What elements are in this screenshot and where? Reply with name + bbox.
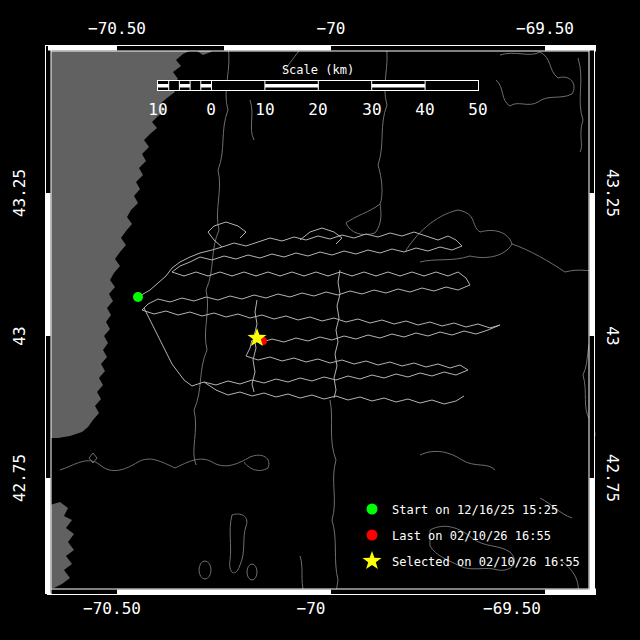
lon-label-bottom-2: −70 <box>297 599 326 618</box>
lat-label-left-3: 42.75 <box>10 454 29 502</box>
legend-label-selected: Selected on 02/10/26 16:55 <box>392 555 580 569</box>
scale-label-20: 20 <box>308 100 327 119</box>
legend-start-circle <box>367 504 378 515</box>
map-canvas[interactable] <box>0 0 640 640</box>
lat-label-right-3: 42.75 <box>603 454 622 502</box>
scale-bar-title: Scale (km) <box>282 63 354 77</box>
lat-label-right-2: 43 <box>603 326 622 345</box>
scale-label-0: 0 <box>206 100 216 119</box>
lon-label-top-2: −70 <box>317 19 346 38</box>
scale-label-10L: 10 <box>148 100 167 119</box>
scale-label-30: 30 <box>362 100 381 119</box>
start-marker[interactable] <box>133 292 143 302</box>
lon-label-bottom-1: −70.50 <box>83 599 141 618</box>
lat-label-left-2: 43 <box>10 326 29 345</box>
legend-markers <box>363 504 382 570</box>
lon-label-bottom-3: −69.50 <box>483 599 541 618</box>
drifter-track <box>138 222 500 404</box>
scale-label-40: 40 <box>415 100 434 119</box>
scale-bar <box>158 81 479 91</box>
scale-label-10: 10 <box>255 100 274 119</box>
land-island <box>50 502 74 588</box>
legend-selected-star <box>363 551 382 569</box>
legend-label-last: Last on 02/10/26 16:55 <box>392 529 551 543</box>
lon-label-top-3: −69.50 <box>516 19 574 38</box>
scale-label-50: 50 <box>468 100 487 119</box>
land-mass <box>48 46 215 588</box>
lat-label-left-1: 43.25 <box>10 169 29 217</box>
legend-last-circle <box>367 530 378 541</box>
lat-label-right-1: 43.25 <box>603 169 622 217</box>
lon-label-top-1: −70.50 <box>88 19 146 38</box>
legend-label-start: Start on 12/16/25 15:25 <box>392 503 558 517</box>
tracking-map-window: −70.50 −70 −69.50 −70.50 −70 −69.50 43.2… <box>0 0 640 640</box>
